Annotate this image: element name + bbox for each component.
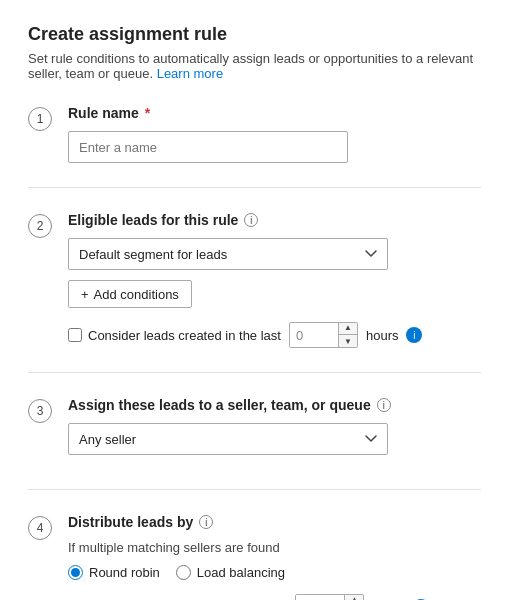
add-conditions-button[interactable]: + Add conditions: [68, 280, 192, 308]
eligible-leads-select-wrapper: Default segment for leads: [68, 238, 388, 270]
load-balancing-label: Load balancing: [197, 565, 285, 580]
consider-leads-hours-input-wrapper: ▲ ▼: [289, 322, 358, 348]
assign-hours-increment-button[interactable]: ▲: [345, 594, 363, 600]
assign-hours-spinner: ▲ ▼: [344, 594, 363, 600]
step3-title: Assign these leads to a seller, team, or…: [68, 397, 481, 413]
step1-section: 1 Rule name *: [28, 105, 481, 188]
step1-content: Rule name *: [68, 105, 481, 163]
step2-content: Eligible leads for this rule i Default s…: [68, 212, 481, 348]
consider-leads-increment-button[interactable]: ▲: [339, 322, 357, 335]
step2-title: Eligible leads for this rule i: [68, 212, 481, 228]
step3-content: Assign these leads to a seller, team, or…: [68, 397, 481, 465]
round-robin-radio[interactable]: [68, 565, 83, 580]
distribution-radio-group: Round robin Load balancing: [68, 565, 481, 580]
step2-section: 2 Eligible leads for this rule i Default…: [28, 212, 481, 373]
round-robin-radio-label[interactable]: Round robin: [68, 565, 160, 580]
page-title: Create assignment rule: [28, 24, 481, 45]
step4-info-icon[interactable]: i: [199, 515, 213, 529]
eligible-leads-dropdown[interactable]: Default segment for leads: [68, 238, 388, 270]
step4-number: 4: [28, 516, 52, 540]
step3-section: 3 Assign these leads to a seller, team, …: [28, 397, 481, 490]
assign-to-dropdown[interactable]: Any seller: [68, 423, 388, 455]
assign-seller-row: Assign if a seller is available within ▲…: [68, 594, 481, 600]
if-multiple-label: If multiple matching sellers are found: [68, 540, 481, 555]
step4-title: Distribute leads by i: [68, 514, 481, 530]
assign-hours-input[interactable]: [296, 595, 344, 600]
consider-leads-hours-input[interactable]: [290, 323, 338, 347]
consider-leads-row: Consider leads created in the last ▲ ▼ h…: [68, 322, 481, 348]
learn-more-link[interactable]: Learn more: [157, 66, 223, 81]
step3-number: 3: [28, 399, 52, 423]
step1-number: 1: [28, 107, 52, 131]
step1-title: Rule name *: [68, 105, 481, 121]
consider-leads-spinner: ▲ ▼: [338, 322, 357, 348]
consider-leads-label[interactable]: Consider leads created in the last: [68, 328, 281, 343]
step3-info-icon[interactable]: i: [377, 398, 391, 412]
consider-leads-hours-label: hours: [366, 328, 399, 343]
step4-content: Distribute leads by i If multiple matchi…: [68, 514, 481, 600]
assign-hours-input-wrapper: ▲ ▼: [295, 594, 364, 600]
rule-name-input[interactable]: [68, 131, 348, 163]
load-balancing-radio-label[interactable]: Load balancing: [176, 565, 285, 580]
round-robin-label: Round robin: [89, 565, 160, 580]
step4-section: 4 Distribute leads by i If multiple matc…: [28, 514, 481, 600]
page-subtitle: Set rule conditions to automatically ass…: [28, 51, 481, 81]
step2-info-icon[interactable]: i: [244, 213, 258, 227]
plus-icon: +: [81, 287, 89, 302]
consider-leads-info-icon[interactable]: i: [406, 327, 422, 343]
assign-to-select-wrapper: Any seller: [68, 423, 388, 455]
step1-required-star: *: [145, 105, 150, 121]
step2-number: 2: [28, 214, 52, 238]
load-balancing-radio[interactable]: [176, 565, 191, 580]
consider-leads-decrement-button[interactable]: ▼: [339, 335, 357, 348]
consider-leads-checkbox[interactable]: [68, 328, 82, 342]
